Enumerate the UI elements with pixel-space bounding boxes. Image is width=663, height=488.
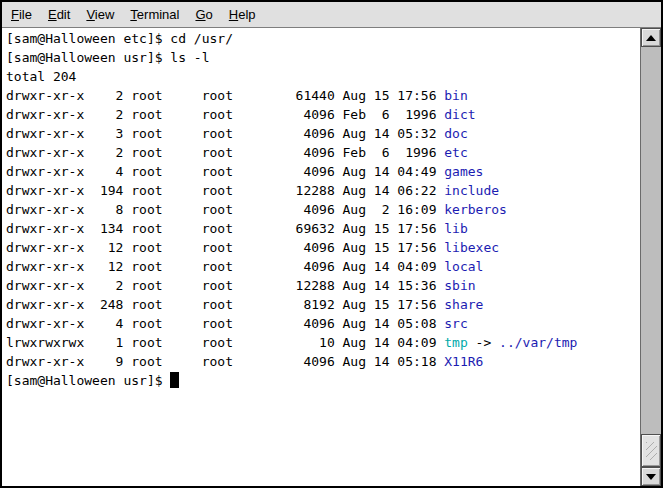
terminal-text: drwxr-xr-x 134 root root 69632 Aug 15 17… [6,221,444,236]
terminal-line: drwxr-xr-x 12 root root 4096 Aug 15 17:5… [6,238,640,257]
file-name: X11R6 [444,354,483,369]
scrollbar-trough[interactable] [641,47,661,467]
menu-item-mnemonic: T [130,7,137,22]
terminal-text: drwxr-xr-x 12 root root 4096 Aug 15 17:5… [6,240,444,255]
file-name: share [444,297,483,312]
terminal-line: drwxr-xr-x 8 root root 4096 Aug 2 16:09 … [6,200,640,219]
terminal-text: [sam@Halloween usr]$ [6,373,170,388]
scrollbar-thumb[interactable] [641,434,661,467]
terminal-text: drwxr-xr-x 12 root root 4096 Aug 14 04:0… [6,259,444,274]
scroll-up-button[interactable] [641,28,661,47]
terminal-text: drwxr-xr-x 9 root root 4096 Aug 14 05:18 [6,354,444,369]
terminal-text: total 204 [6,69,76,84]
terminal-text: drwxr-xr-x 2 root root 12288 Aug 14 15:3… [6,278,444,293]
terminal-line: drwxr-xr-x 3 root root 4096 Aug 14 05:32… [6,124,640,143]
block-cursor [170,372,179,388]
terminal-line: [sam@Halloween usr]$ ls -l [6,48,640,67]
menu-bar: FileEditViewTerminalGoHelp [2,2,661,28]
terminal-line: drwxr-xr-x 248 root root 8192 Aug 15 17:… [6,295,640,314]
scroll-down-button[interactable] [641,467,661,486]
file-name: sbin [444,278,475,293]
file-name: libexec [444,240,499,255]
terminal-text: drwxr-xr-x 2 root root 4096 Feb 6 1996 [6,145,444,160]
file-name: etc [444,145,467,160]
terminal-output[interactable]: [sam@Halloween etc]$ cd /usr/[sam@Hallow… [2,28,640,486]
menu-item-mnemonic: E [48,7,57,22]
terminal-text: [sam@Halloween etc]$ cd /usr/ [6,31,233,46]
terminal-line: drwxr-xr-x 4 root root 4096 Aug 14 04:49… [6,162,640,181]
menu-item-mnemonic: H [229,7,238,22]
terminal-line: total 204 [6,67,640,86]
menu-item-help[interactable]: Help [221,4,264,25]
terminal-line: drwxr-xr-x 194 root root 12288 Aug 14 06… [6,181,640,200]
scrollbar[interactable] [640,28,661,486]
terminal-line: drwxr-xr-x 2 root root 4096 Feb 6 1996 e… [6,143,640,162]
file-name: include [444,183,499,198]
terminal-text: drwxr-xr-x 8 root root 4096 Aug 2 16:09 [6,202,444,217]
menu-item-go[interactable]: Go [187,4,220,25]
menu-item-mnemonic: F [11,7,19,22]
terminal-line: drwxr-xr-x 2 root root 61440 Aug 15 17:5… [6,86,640,105]
terminal-text: drwxr-xr-x 2 root root 61440 Aug 15 17:5… [6,88,444,103]
terminal-text: -> [468,335,499,350]
file-name: tmp [444,335,467,350]
file-name: lib [444,221,467,236]
terminal-text: lrwxrwxrwx 1 root root 10 Aug 14 04:09 [6,335,444,350]
file-name: doc [444,126,467,141]
terminal-window: FileEditViewTerminalGoHelp [sam@Hallowee… [0,0,663,488]
terminal-line: drwxr-xr-x 2 root root 4096 Feb 6 1996 d… [6,105,640,124]
terminal-text: drwxr-xr-x 3 root root 4096 Aug 14 05:32 [6,126,444,141]
terminal-text: drwxr-xr-x 2 root root 4096 Feb 6 1996 [6,107,444,122]
file-name: local [444,259,483,274]
menu-item-mnemonic: V [86,7,94,22]
menu-item-mnemonic: G [195,7,205,22]
menu-item-edit[interactable]: Edit [40,4,78,25]
symlink-target: ../var/tmp [499,335,577,350]
terminal-text: drwxr-xr-x 248 root root 8192 Aug 15 17:… [6,297,444,312]
file-name: dict [444,107,475,122]
terminal-text: drwxr-xr-x 4 root root 4096 Aug 14 05:08 [6,316,444,331]
scrollbar-grip-icon [646,442,657,460]
terminal-line: drwxr-xr-x 9 root root 4096 Aug 14 05:18… [6,352,640,371]
file-name: src [444,316,467,331]
terminal-line: drwxr-xr-x 134 root root 69632 Aug 15 17… [6,219,640,238]
terminal-text: drwxr-xr-x 194 root root 12288 Aug 14 06… [6,183,444,198]
menu-item-view[interactable]: View [78,4,122,25]
terminal-line: drwxr-xr-x 12 root root 4096 Aug 14 04:0… [6,257,640,276]
terminal-line: [sam@Halloween usr]$ [6,371,640,390]
menu-item-file[interactable]: File [3,4,40,25]
terminal-text: [sam@Halloween usr]$ ls -l [6,50,210,65]
down-arrow-icon [646,474,656,480]
terminal-line: drwxr-xr-x 4 root root 4096 Aug 14 05:08… [6,314,640,333]
file-name: games [444,164,483,179]
terminal-line: [sam@Halloween etc]$ cd /usr/ [6,29,640,48]
menu-item-terminal[interactable]: Terminal [122,4,187,25]
up-arrow-icon [646,35,656,41]
file-name: bin [444,88,467,103]
terminal-text: drwxr-xr-x 4 root root 4096 Aug 14 04:49 [6,164,444,179]
terminal-line: lrwxrwxrwx 1 root root 10 Aug 14 04:09 t… [6,333,640,352]
file-name: kerberos [444,202,507,217]
terminal-main-area: [sam@Halloween etc]$ cd /usr/[sam@Hallow… [2,28,661,486]
terminal-line: drwxr-xr-x 2 root root 12288 Aug 14 15:3… [6,276,640,295]
